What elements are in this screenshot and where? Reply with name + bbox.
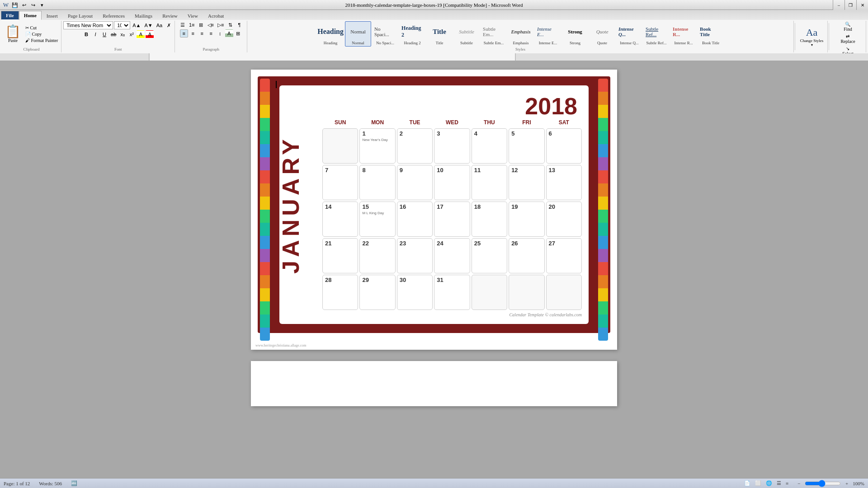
zoom-slider[interactable] [805, 480, 841, 487]
view-outline-button[interactable]: ☰ [777, 480, 781, 486]
save-button[interactable]: 💾 [11, 1, 19, 9]
cal-cell: 19 [509, 202, 544, 237]
view-draft-button[interactable]: ≡ [786, 481, 788, 486]
change-case-button[interactable]: Aa [155, 21, 164, 29]
close-button[interactable]: ✕ [856, 0, 868, 10]
align-right-button[interactable]: ≡ [198, 29, 206, 38]
rainbow-stripe [598, 314, 608, 328]
decrease-indent-button[interactable]: ◁≡ [206, 21, 215, 29]
font-name-select[interactable]: Times New Rom [63, 21, 113, 29]
font-controls: Times New Rom 10 A▲ A▼ Aa ✗ B I U [63, 21, 173, 47]
superscript-button[interactable]: x² [127, 30, 136, 38]
cal-cell-number: 29 [362, 277, 392, 283]
find-icon: 🔍 [845, 22, 850, 27]
clipboard-group: 📋 Paste ✂ Cut 📄 Copy 🖌 [2, 21, 61, 52]
borders-button[interactable]: ⊞ [234, 29, 242, 38]
numbering-button[interactable]: 1≡ [188, 21, 196, 29]
cal-cell-number: 5 [511, 130, 542, 137]
multilevel-button[interactable]: ⊞ [197, 21, 205, 29]
select-icon: ↘ [846, 46, 849, 51]
align-left-button[interactable]: ≡ [180, 29, 188, 38]
justify-button[interactable]: ≡ [207, 29, 215, 38]
rainbow-stripe [598, 118, 608, 131]
view-fullscreen-button[interactable]: ⬜ [755, 480, 761, 486]
paste-button[interactable]: 📋 Paste [4, 24, 22, 44]
restore-button[interactable]: ❐ [844, 0, 856, 10]
style-item-quote[interactable]: Quote Quote [589, 21, 615, 47]
zoom-out-button[interactable]: − [797, 481, 800, 486]
cal-cell-number: 8 [362, 167, 392, 174]
style-item-emphasis[interactable]: Emphasis Emphasis [508, 21, 534, 47]
status-right: 📄 ⬜ 🌐 ☰ ≡ − + 100% [744, 480, 864, 487]
tab-file[interactable]: File [1, 11, 19, 20]
style-item-heading[interactable]: Heading Heading [317, 21, 344, 47]
rainbow-stripe [598, 288, 608, 301]
zoom-in-button[interactable]: + [845, 481, 848, 486]
clear-format-button[interactable]: ✗ [165, 21, 173, 29]
tab-review[interactable]: Review [157, 11, 183, 20]
font-size-select[interactable]: 10 [114, 21, 130, 29]
shading-button[interactable]: A [225, 29, 233, 38]
style-item-book-title[interactable]: Book Title Book Title [698, 21, 724, 47]
style-item-subtle-em...[interactable]: Subtle Em... Subtle Em... [481, 21, 507, 47]
ribbon: File Home Insert Page Layout References … [0, 10, 868, 53]
style-item-strong[interactable]: Strong Strong [562, 21, 588, 47]
tab-mailings[interactable]: Mailings [130, 11, 157, 20]
font-color-button[interactable]: A [146, 30, 154, 38]
style-item-intense-r...[interactable]: Intense R... Intense R... [670, 21, 697, 47]
align-center-button[interactable]: ≡ [189, 29, 197, 38]
bullets-button[interactable]: ☰ [179, 21, 187, 29]
customize-qa-button[interactable]: ▾ [38, 1, 46, 9]
style-item-intense-e...[interactable]: Intense E... Intense E... [535, 21, 561, 47]
tab-acrobat[interactable]: Acrobat [203, 11, 229, 20]
tab-page-layout[interactable]: Page Layout [63, 11, 98, 20]
style-item-intense-q...[interactable]: Intense Q... Intense Q... [616, 21, 642, 47]
cut-button[interactable]: ✂ Cut [24, 25, 59, 31]
ribbon-tabs: File Home Insert Page Layout References … [0, 10, 868, 20]
replace-button[interactable]: ⇄ Replace [840, 33, 856, 45]
line-spacing-button[interactable]: ↕ [216, 29, 224, 38]
rainbow-stripe [260, 328, 270, 341]
tab-insert[interactable]: Insert [42, 11, 63, 20]
subscript-button[interactable]: x₂ [118, 30, 127, 38]
cal-cell: 24 [434, 238, 470, 273]
underline-button[interactable]: U [100, 30, 108, 38]
word-count: Words: 506 [39, 481, 62, 486]
rainbow-stripe [260, 144, 270, 157]
view-print-button[interactable]: 📄 [744, 480, 750, 486]
calendar-header: SUNMONTUEWEDTHUFRISAT [322, 118, 582, 127]
tab-view[interactable]: View [183, 11, 203, 20]
italic-button[interactable]: I [91, 30, 99, 38]
painter-icon: 🖌 [25, 38, 30, 43]
font-shrink-button[interactable]: A▼ [143, 21, 154, 29]
rainbow-stripe [598, 92, 608, 105]
view-web-button[interactable]: 🌐 [766, 480, 772, 486]
redo-button[interactable]: ↪ [29, 1, 37, 9]
style-item-subtitle[interactable]: Subtitle Subtitle [453, 21, 480, 47]
increase-indent-button[interactable]: ▷≡ [216, 21, 225, 29]
bold-button[interactable]: B [82, 30, 90, 38]
text-highlight-button[interactable]: A [137, 30, 145, 38]
find-button[interactable]: 🔍 Find [843, 21, 853, 33]
sort-button[interactable]: ⇅ [226, 21, 234, 29]
cal-cell: 8 [359, 165, 395, 200]
tab-home[interactable]: Home [19, 11, 42, 20]
tab-references[interactable]: References [98, 11, 130, 20]
show-formatting-button[interactable]: ¶ [235, 21, 243, 29]
strikethrough-button[interactable]: ab [109, 30, 118, 38]
style-item-no-spaci...[interactable]: No Spaci... No Spaci... [372, 21, 398, 47]
format-painter-button[interactable]: 🖌 Format Painter [24, 38, 59, 43]
style-item-normal[interactable]: Normal Normal [345, 21, 371, 47]
rainbow-border-right [598, 79, 608, 341]
watermark: www.heritegechristiana.allage.com [255, 343, 307, 347]
style-item-heading-2[interactable]: Heading 2 Heading 2 [399, 21, 425, 47]
undo-button[interactable]: ↩ [20, 1, 28, 9]
font-grow-button[interactable]: A▲ [131, 21, 142, 29]
style-item-title[interactable]: Title Title [426, 21, 453, 47]
copy-button[interactable]: 📄 Copy [24, 31, 59, 37]
change-styles-button[interactable]: Aa Change Styles ▾ [798, 25, 826, 49]
cal-cell: 4 [472, 128, 507, 164]
document-area[interactable]: 2018 JANUARY SUNMONTUEWEDTHUFRISAT 1New [0, 61, 868, 488]
style-item-subtle-ref...[interactable]: Subtle Ref... Subtle Ref... [643, 21, 670, 47]
minimize-button[interactable]: – [833, 0, 844, 10]
